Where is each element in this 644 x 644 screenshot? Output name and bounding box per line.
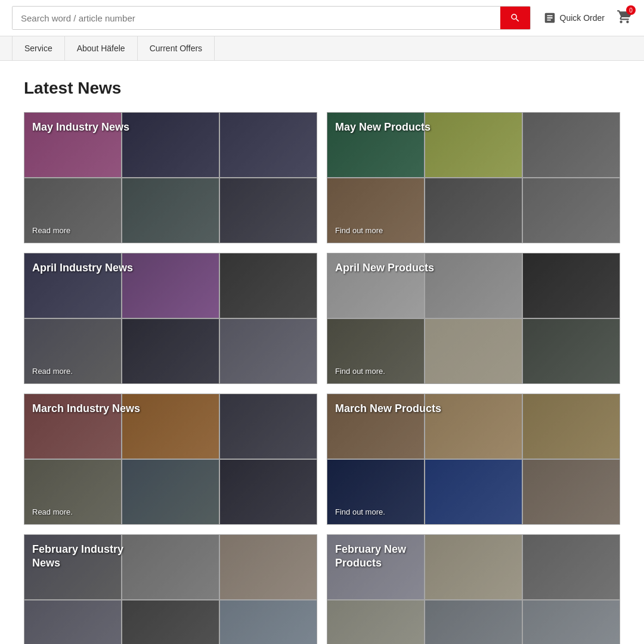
search-bar bbox=[12, 6, 531, 30]
quick-order-icon bbox=[543, 11, 556, 24]
header: Quick Order 0 bbox=[0, 0, 644, 36]
cart-icon-wrap[interactable]: 0 bbox=[617, 9, 632, 27]
card-title: May New Products bbox=[335, 120, 431, 134]
nav-item-offers[interactable]: Current Offers bbox=[138, 36, 215, 60]
card-title: May Industry News bbox=[32, 120, 129, 134]
card-title: March New Products bbox=[335, 402, 441, 416]
feb-industry-news-card[interactable]: February Industry News Read more. bbox=[24, 534, 317, 644]
card-action[interactable]: Find out more bbox=[335, 226, 383, 235]
quick-order-label: Quick Order bbox=[560, 13, 605, 23]
may-new-products-card[interactable]: May New Products Find out more bbox=[327, 112, 620, 243]
main-content: Latest News May Industry News Read more bbox=[0, 61, 644, 644]
nav-item-about[interactable]: About Häfele bbox=[65, 36, 138, 60]
search-button[interactable] bbox=[500, 7, 530, 29]
feb-new-products-card[interactable]: February New Products Find out more. bbox=[327, 534, 620, 644]
card-title: February New Products bbox=[335, 543, 454, 571]
march-industry-news-card[interactable]: March Industry News Read more. bbox=[24, 394, 317, 525]
may-industry-news-card[interactable]: May Industry News Read more bbox=[24, 112, 317, 243]
card-action[interactable]: Find out more. bbox=[335, 367, 385, 376]
header-actions: Quick Order 0 bbox=[543, 9, 632, 27]
card-title: April Industry News bbox=[32, 261, 133, 275]
quick-order[interactable]: Quick Order bbox=[543, 11, 605, 24]
cart-badge: 0 bbox=[626, 5, 636, 15]
search-icon bbox=[510, 13, 521, 23]
nav: Service About Häfele Current Offers bbox=[0, 36, 644, 61]
search-input[interactable] bbox=[13, 7, 500, 29]
card-action[interactable]: Read more. bbox=[32, 367, 73, 376]
news-grid: May Industry News Read more May New Prod… bbox=[24, 112, 620, 644]
april-new-products-card[interactable]: April New Products Find out more. bbox=[327, 253, 620, 384]
card-title: February Industry News bbox=[32, 543, 151, 571]
page-title: Latest News bbox=[24, 79, 620, 98]
card-title: April New Products bbox=[335, 261, 434, 275]
march-new-products-card[interactable]: March New Products Find out more. bbox=[327, 394, 620, 525]
card-action[interactable]: Read more. bbox=[32, 507, 73, 516]
card-action[interactable]: Read more bbox=[32, 226, 70, 235]
april-industry-news-card[interactable]: April Industry News Read more. bbox=[24, 253, 317, 384]
card-title: March Industry News bbox=[32, 402, 140, 416]
card-action[interactable]: Find out more. bbox=[335, 507, 385, 516]
nav-item-service[interactable]: Service bbox=[12, 36, 65, 60]
